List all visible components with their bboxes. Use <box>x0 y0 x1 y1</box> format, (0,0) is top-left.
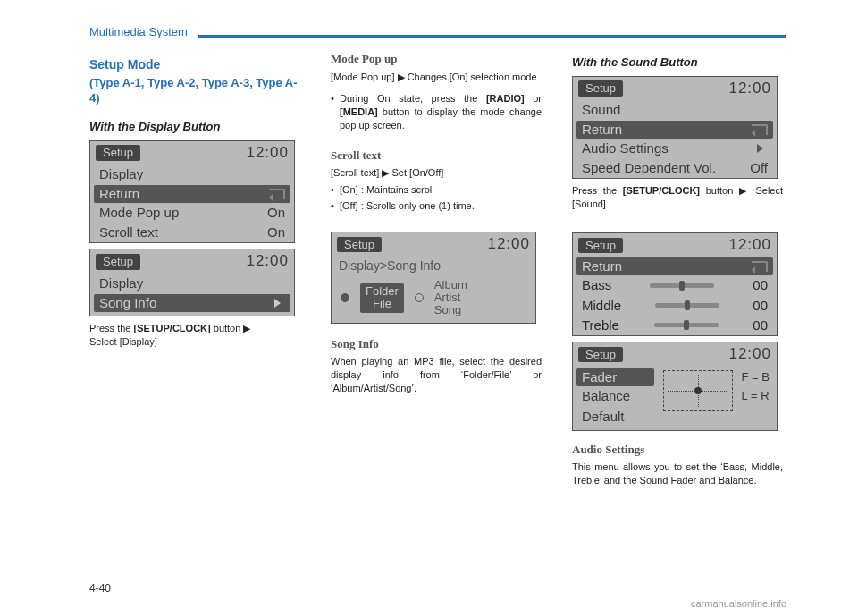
menu-fader: Fader <box>576 368 654 386</box>
song-info-heading: Song Info <box>331 336 542 352</box>
chevron-right-icon <box>274 299 285 308</box>
column-1: Setup Mode (Type A-1, Type A-2, Type A-3… <box>89 51 300 496</box>
audio-settings-heading: Audio Settings <box>572 442 783 458</box>
clock-display: 12:00 <box>728 79 771 99</box>
menu-display: Display <box>90 274 294 293</box>
menu-return: Return <box>576 121 773 139</box>
clock-display: 12:00 <box>728 235 771 256</box>
menu-return: Return <box>576 257 773 275</box>
menu-speed-vol: Speed Dependent Vol.Off <box>573 158 777 178</box>
setup-tab: Setup <box>578 347 623 363</box>
page-number: 4-40 <box>89 582 111 595</box>
slider-icon <box>655 303 719 308</box>
setup-tab: Setup <box>337 237 382 253</box>
menu-return: Return <box>94 185 290 203</box>
audio-settings-para: This menu allows you to set the ‘Bass, M… <box>572 460 783 487</box>
scroll-on-bullet: •[On] : Maintains scroll <box>331 183 542 197</box>
setup-tab: Setup <box>96 254 140 270</box>
song-info-screen: Setup 12:00 Display>Song Info FolderFile… <box>331 232 536 324</box>
sound-screen-1: Setup 12:00 Sound Return Audio Settings … <box>572 76 778 180</box>
with-display-button-heading: With the Display Button <box>89 119 300 135</box>
mode-popup-line: [Mode Pop up] ▶ Changes [On] selection m… <box>331 71 542 84</box>
slider-icon <box>654 323 719 327</box>
menu-scroll-text: Scroll textOn <box>90 223 294 242</box>
clock-display: 12:00 <box>246 251 289 272</box>
clock-display: 12:00 <box>246 143 289 164</box>
section-title: Multimedia System <box>89 25 198 38</box>
menu-sound: Sound <box>573 100 777 120</box>
balance-value: L = R <box>742 387 770 406</box>
eq-screen: Setup 12:00 Return Bass 00 Middle 00 <box>572 232 778 336</box>
setup-tab: Setup <box>578 80 623 97</box>
display-screen-2: Setup 12:00 Display Song Info <box>89 249 295 316</box>
breadcrumb: Display>Song Info <box>332 257 535 275</box>
page-header: Multimedia System <box>89 25 786 38</box>
album-artist-song-option: AlbumArtistSong <box>434 279 467 317</box>
column-2: Mode Pop up [Mode Pop up] ▶ Changes [On]… <box>331 51 542 496</box>
watermark: carmanualsonline.info <box>691 598 786 609</box>
mode-popup-bullet: • During On state, press the [RADIO] or … <box>331 92 542 132</box>
setup-mode-heading: Setup Mode <box>89 56 300 73</box>
balance-grid-icon <box>663 370 733 411</box>
header-rule <box>198 35 786 38</box>
setup-mode-subheading: (Type A-1, Type A-2, Type A-3, Type A-4) <box>89 75 300 106</box>
eq-middle: Middle 00 <box>573 296 777 316</box>
slider-icon <box>650 283 714 288</box>
sound-caption: Press the [SETUP/CLOCK] button ▶ Select … <box>572 184 783 211</box>
chevron-right-icon <box>757 144 768 153</box>
menu-mode-popup: Mode Pop upOn <box>90 203 294 223</box>
setup-tab: Setup <box>578 238 623 254</box>
return-icon <box>752 124 768 135</box>
return-icon <box>269 189 285 199</box>
display-caption: Press the [SETUP/CLOCK] button ▶ Select … <box>89 322 300 349</box>
fader-value: F = B <box>742 368 770 387</box>
menu-song-info: Song Info <box>94 294 290 312</box>
clock-display: 12:00 <box>487 234 530 255</box>
return-icon <box>752 261 768 272</box>
scroll-text-line: [Scroll text] ▶ Set [On/Off] <box>331 166 542 180</box>
menu-default: Default <box>576 407 654 426</box>
radio-unselected-icon <box>415 293 424 302</box>
scroll-text-heading: Scroll text <box>331 148 542 164</box>
radio-selected-icon <box>341 293 349 302</box>
folder-file-option: FolderFile <box>360 283 404 313</box>
menu-audio-settings: Audio Settings <box>573 139 777 158</box>
display-screen-1: Setup 12:00 Display Return Mode Pop upOn… <box>89 140 295 244</box>
column-3: With the Sound Button Setup 12:00 Sound … <box>572 51 783 496</box>
song-info-para: When playing an MP3 file, select the des… <box>331 355 542 395</box>
menu-display: Display <box>90 165 294 184</box>
menu-balance: Balance <box>576 386 654 406</box>
setup-tab: Setup <box>96 145 140 161</box>
scroll-off-bullet: •[Off] : Scrolls only one (1) time. <box>331 199 542 213</box>
clock-display: 12:00 <box>728 344 771 365</box>
balance-screen: Setup 12:00 Fader Balance Default F = B … <box>572 342 778 431</box>
eq-treble: Treble 00 <box>573 316 777 335</box>
eq-bass: Bass 00 <box>573 275 777 295</box>
with-sound-button-heading: With the Sound Button <box>572 55 783 71</box>
mode-popup-heading: Mode Pop up <box>331 51 542 67</box>
